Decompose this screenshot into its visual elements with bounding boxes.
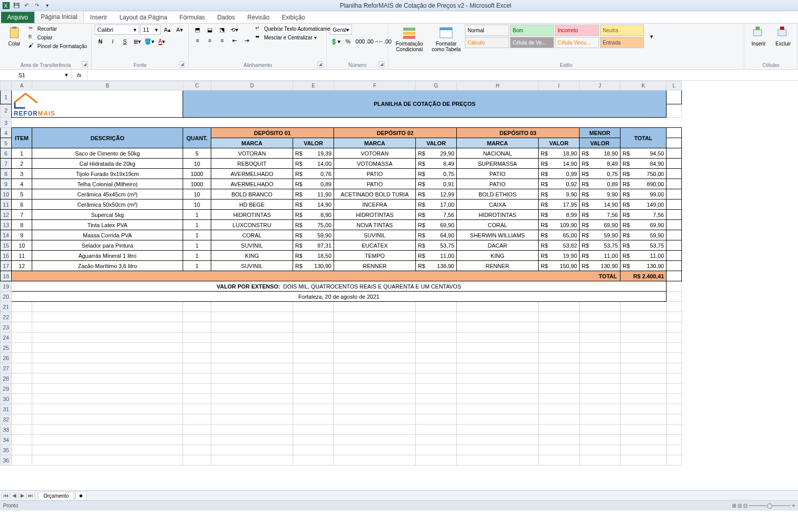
chevron-down-icon: ▾ — [346, 27, 349, 33]
tab-data[interactable]: Dados — [211, 12, 241, 23]
style-bom[interactable]: Bom — [510, 25, 554, 36]
window-title: Planilha ReforMAIS de Cotação de Preços … — [53, 2, 798, 9]
chevron-down-icon: ▾ — [65, 72, 68, 78]
underline-button[interactable]: S — [119, 36, 130, 47]
paste-button[interactable]: Colar — [3, 25, 26, 48]
fx-icon[interactable]: fx — [74, 70, 85, 80]
styles-more-button[interactable]: ▾ — [646, 25, 657, 48]
svg-rect-6 — [403, 36, 415, 39]
qat-dropdown-icon[interactable]: ▾ — [43, 2, 51, 10]
group-font: Calibri▾ 11▾ A▴ A▾ N I S ⊞▾ 🪣▾ A▾ Fonte◢ — [92, 24, 189, 69]
tab-insert[interactable]: Inserir — [84, 12, 113, 23]
grow-font-button[interactable]: A▴ — [162, 25, 173, 35]
font-name-select[interactable]: Calibri▾ — [95, 25, 139, 35]
copy-button[interactable]: ⎘Copiar — [28, 33, 88, 41]
cut-button[interactable]: ✂Recortar — [28, 25, 88, 33]
launcher-icon[interactable]: ◢ — [82, 61, 88, 68]
align-top-button[interactable]: ⬒ — [192, 25, 203, 35]
formula-input[interactable] — [87, 70, 798, 80]
number-format-select[interactable]: Geral▾ — [330, 25, 352, 35]
quick-access-toolbar: X 💾 ↶ ↷ ▾ — [0, 2, 53, 10]
sheet-nav-prev-icon[interactable]: ◀ — [10, 493, 18, 498]
format-as-table-button[interactable]: Formatar como Tabela — [429, 25, 463, 53]
wrap-text-button[interactable]: ↵Quebrar Texto Automaticamente — [254, 25, 338, 33]
sheet-tab[interactable]: Orçamento — [38, 492, 74, 500]
redo-icon[interactable]: ↷ — [33, 2, 41, 10]
sheet-nav-last-icon[interactable]: ⏭ — [27, 493, 35, 498]
tab-home[interactable]: Página Inicial — [34, 11, 84, 23]
undo-icon[interactable]: ↶ — [23, 2, 31, 10]
align-center-button[interactable]: ≡ — [204, 35, 215, 46]
style-normal[interactable]: Normal — [465, 25, 509, 36]
font-color-button[interactable]: A▾ — [156, 36, 167, 47]
group-number: Geral▾ 💲▾ % 000 .00→ ←.00 Número◢ — [327, 24, 388, 69]
style-entrada[interactable]: Entrada — [600, 37, 644, 48]
italic-button[interactable]: I — [107, 36, 118, 47]
svg-rect-10 — [756, 27, 760, 30]
tab-layout[interactable]: Layout da Página — [113, 12, 173, 23]
insert-icon — [751, 26, 766, 40]
border-button[interactable]: ⊞▾ — [131, 36, 143, 47]
spreadsheet-grid[interactable]: ABC DEF GHI JKL 1 REFORMAIS PLANILHA DE … — [0, 81, 798, 490]
view-controls[interactable]: ⊞ ⊟ ⊡ ─────◯───── + — [732, 503, 795, 508]
new-sheet-button[interactable]: ✸ — [75, 492, 86, 500]
style-celula[interactable]: Célula de Ve... — [510, 37, 554, 48]
align-bottom-button[interactable]: ⬔ — [216, 25, 228, 35]
conditional-format-button[interactable]: Formatação Condicional — [391, 25, 427, 53]
select-all-corner[interactable] — [1, 81, 12, 91]
merge-center-button[interactable]: ⬌Mesclar e Centralizar ▾ — [254, 33, 338, 41]
file-tab[interactable]: Arquivo — [1, 12, 34, 23]
sheet-nav-first-icon[interactable]: ⏮ — [2, 493, 10, 498]
accounting-button[interactable]: 💲▾ — [330, 36, 341, 47]
table-row: 83Tijolo Furado 9x19x19cm1000AVERMELHADO… — [1, 169, 682, 179]
align-middle-button[interactable]: ⬓ — [204, 25, 215, 35]
svg-rect-5 — [403, 32, 415, 35]
insert-cells-button[interactable]: Inserir — [747, 25, 770, 48]
tab-review[interactable]: Revisão — [241, 12, 276, 23]
delete-cells-button[interactable]: Excluir — [772, 25, 794, 48]
tab-formulas[interactable]: Fórmulas — [173, 12, 211, 23]
brush-icon: 🖌 — [29, 42, 36, 50]
percent-button[interactable]: % — [342, 36, 353, 47]
table-row: 72Cal Hidratada de 20kg10REBOQUITR$14,00… — [1, 159, 682, 169]
table-row: 1611Aguarrás Mineral 1 litro1KINGR$18,50… — [1, 251, 682, 261]
inc-decimal-button[interactable]: .00→ — [367, 36, 378, 47]
bold-button[interactable]: N — [95, 36, 106, 47]
launcher-icon[interactable]: ◢ — [317, 61, 323, 68]
bucket-icon: 🪣 — [144, 38, 151, 45]
shrink-font-button[interactable]: A▾ — [174, 25, 185, 35]
style-incorreto[interactable]: Incorreto — [555, 25, 599, 36]
launcher-icon[interactable]: ◢ — [379, 61, 385, 68]
tab-view[interactable]: Exibição — [276, 12, 311, 23]
name-box[interactable]: S1▾ — [15, 70, 72, 80]
orientation-button[interactable]: ⟲▾ — [229, 25, 240, 35]
indent-inc-button[interactable]: ⇥ — [241, 35, 252, 46]
group-styles: Formatação Condicional Formatar como Tab… — [388, 24, 744, 69]
launcher-icon[interactable]: ◢ — [179, 61, 185, 68]
group-cells: Inserir Excluir Células — [744, 24, 798, 69]
svg-rect-12 — [780, 27, 784, 30]
indent-dec-button[interactable]: ⇤ — [229, 35, 240, 46]
ribbon-tabs: Arquivo Página Inicial Inserir Layout da… — [0, 11, 798, 24]
sheet-nav-next-icon[interactable]: ▶ — [18, 493, 27, 498]
cond-format-icon — [402, 26, 416, 40]
fill-color-button[interactable]: 🪣▾ — [144, 36, 155, 47]
sheet-tab-bar: ⏮ ◀ ▶ ⏭ Orçamento ✸ — [0, 490, 798, 500]
delete-icon — [776, 26, 790, 40]
format-painter-button[interactable]: 🖌Pincel de Formatação — [28, 42, 88, 50]
font-size-select[interactable]: 11▾ — [140, 25, 161, 35]
ribbon: Colar ✂Recortar ⎘Copiar 🖌Pincel de Forma… — [0, 24, 798, 70]
title-bar: X 💾 ↶ ↷ ▾ Planilha ReforMAIS de Cotação … — [0, 0, 798, 11]
table-row: 138Tinta Latex PVA1LUXCONSTRUR$75,00NOVA… — [1, 220, 682, 230]
table-row: 1510Selador para Pintura1SUVINILR$87,31E… — [1, 240, 682, 251]
comma-button[interactable]: 000 — [354, 36, 366, 47]
align-right-button[interactable]: ≡ — [216, 35, 228, 46]
style-neutra[interactable]: Neutra — [600, 25, 644, 36]
column-headers: ABC DEF GHI JKL — [1, 81, 682, 91]
style-vincu[interactable]: Célula Vincu... — [555, 37, 599, 48]
save-icon[interactable]: 💾 — [12, 2, 20, 10]
svg-rect-8 — [440, 28, 452, 30]
wrap-icon: ↵ — [255, 25, 262, 32]
align-left-button[interactable]: ≡ — [192, 35, 203, 46]
style-calculo[interactable]: Cálculo — [465, 37, 509, 48]
